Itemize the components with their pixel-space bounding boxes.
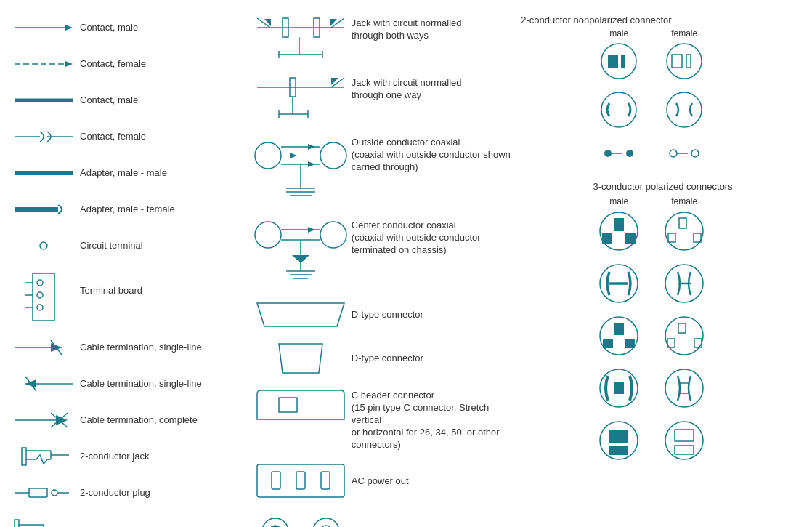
connector-3p-row-3 <box>521 314 805 358</box>
symbol-row: Terminal board <box>7 269 250 324</box>
conn-3p-female-5 <box>651 419 717 462</box>
svg-rect-121 <box>672 55 682 68</box>
svg-marker-67 <box>308 144 315 150</box>
svg-rect-134 <box>625 233 636 244</box>
d-type-2-label: D-type connector <box>352 353 513 365</box>
ac-power-label: AC power out <box>352 475 513 488</box>
connector-3p-row-1 <box>521 209 805 253</box>
symbol-row: D-type connector <box>250 299 513 330</box>
svg-rect-133 <box>602 233 612 244</box>
svg-rect-159 <box>675 430 694 441</box>
svg-rect-119 <box>621 55 625 68</box>
circuit-terminal-label: Circuit terminal <box>80 240 250 252</box>
svg-point-11 <box>37 280 43 286</box>
symbol-row: D-type connector <box>250 340 513 377</box>
svg-point-15 <box>37 305 43 310</box>
symbol-row: Jack with circuit normalled through both… <box>250 15 513 64</box>
svg-point-130 <box>691 150 699 157</box>
connector-3p-row-4 <box>521 366 805 410</box>
contact-female-1-label: Contact, female <box>80 58 250 71</box>
jack-2conductor-icon <box>7 444 80 469</box>
ac-power-icon <box>250 461 352 501</box>
svg-rect-137 <box>668 233 675 242</box>
svg-rect-160 <box>675 446 694 454</box>
outside-coaxial-icon <box>250 134 352 206</box>
svg-marker-87 <box>279 344 322 373</box>
svg-rect-90 <box>272 472 280 489</box>
d-type-2-icon <box>250 340 352 377</box>
symbol-row: Jack with circuit normalled through one … <box>250 74 513 124</box>
conn-3p-female-1 <box>651 209 717 253</box>
svg-rect-154 <box>680 383 689 393</box>
terminal-board-label: Terminal board <box>80 269 250 297</box>
svg-point-143 <box>600 317 638 355</box>
svg-marker-1 <box>65 25 73 31</box>
conn-3p-male-2 <box>586 262 651 305</box>
svg-rect-88 <box>279 398 297 412</box>
svg-point-76 <box>320 222 346 248</box>
svg-rect-152 <box>614 382 624 394</box>
conn-3p-male-3 <box>586 314 651 358</box>
symbol-row: Center conductor coaxial (coaxial with o… <box>250 217 513 289</box>
cable-term-single-2-label: Cable termination, single-line <box>80 378 250 390</box>
svg-marker-78 <box>308 227 315 233</box>
svg-point-117 <box>601 44 636 79</box>
svg-point-158 <box>665 422 703 459</box>
adapter-male-male-icon <box>7 166 80 180</box>
cable-term-single-2-icon <box>7 373 80 395</box>
symbol-row: Contact, female <box>7 51 250 77</box>
svg-point-9 <box>40 242 47 249</box>
cable-term-complete-label: Cable termination, complete <box>80 414 250 427</box>
section-3conductor-polarized: 3-conductor polarized connectors male fe… <box>521 181 805 462</box>
symbol-row: Outside conductor coaxial (coaxial with … <box>250 134 513 206</box>
symbol-row: 2-conductor jack <box>7 443 250 470</box>
connector-3p-row-2 <box>521 262 805 305</box>
symbol-row: Cable termination, complete <box>7 407 250 433</box>
symbol-row: Cable termination, single-line <box>7 334 250 361</box>
column-1: Contact, male Contact, female Contact, m… <box>7 15 250 527</box>
contact-female-1-icon <box>7 57 80 71</box>
svg-point-13 <box>37 292 43 298</box>
symbol-row: AC power out <box>250 461 513 501</box>
svg-point-64 <box>255 142 281 169</box>
center-coaxial-icon <box>250 217 352 289</box>
symbol-row: 2-conductor jack <box>7 516 250 527</box>
symbol-row: Cable termination, single-line <box>7 371 250 397</box>
column-3: 2-conductor nonpolarized connector male … <box>513 15 805 527</box>
section-2cond-title: 2-conductor nonpolarized connector <box>521 15 805 25</box>
symbol-row: Circuit terminal <box>7 233 250 259</box>
svg-point-147 <box>665 317 703 355</box>
svg-point-127 <box>626 150 633 157</box>
jack-2conductor-label: 2-conductor jack <box>80 451 250 463</box>
conn-2np-male-3 <box>586 139 651 168</box>
svg-rect-91 <box>296 472 305 489</box>
adapter-male-female-icon <box>7 202 80 217</box>
plug-2conductor-label: 2-conductor plug <box>80 487 250 499</box>
contact-male-2-label: Contact, male <box>80 94 250 107</box>
jack-both-ways-icon <box>250 15 352 64</box>
svg-point-128 <box>670 150 677 157</box>
conn-2np-female-3 <box>651 139 717 168</box>
contact-male-2-icon <box>7 93 80 108</box>
svg-rect-157 <box>609 446 628 455</box>
conn-3p-male-5 <box>586 419 651 462</box>
conn-3p-female-2 <box>651 262 717 305</box>
male-header-label: male <box>586 28 651 39</box>
symbol-row: Contact, male <box>7 87 250 113</box>
c-header-icon <box>250 387 352 427</box>
jack-one-way-label: Jack with circuit normalled through one … <box>352 74 513 102</box>
contact-male-1-icon <box>7 20 80 35</box>
connector-header-2: male female <box>521 196 805 206</box>
female-header-label: female <box>651 28 717 39</box>
svg-point-75 <box>255 222 281 248</box>
symbol-row: Adapter, male - male <box>7 160 250 186</box>
svg-rect-146 <box>625 339 635 348</box>
svg-point-124 <box>667 92 702 127</box>
svg-rect-138 <box>694 233 701 242</box>
contact-male-1-label: Contact, male <box>80 22 250 34</box>
symbol-row: Shielded plug / jack <box>250 511 513 527</box>
female-header-2-label: female <box>651 196 717 206</box>
svg-marker-51 <box>330 19 337 26</box>
svg-marker-49 <box>264 19 271 26</box>
svg-rect-118 <box>608 55 618 68</box>
